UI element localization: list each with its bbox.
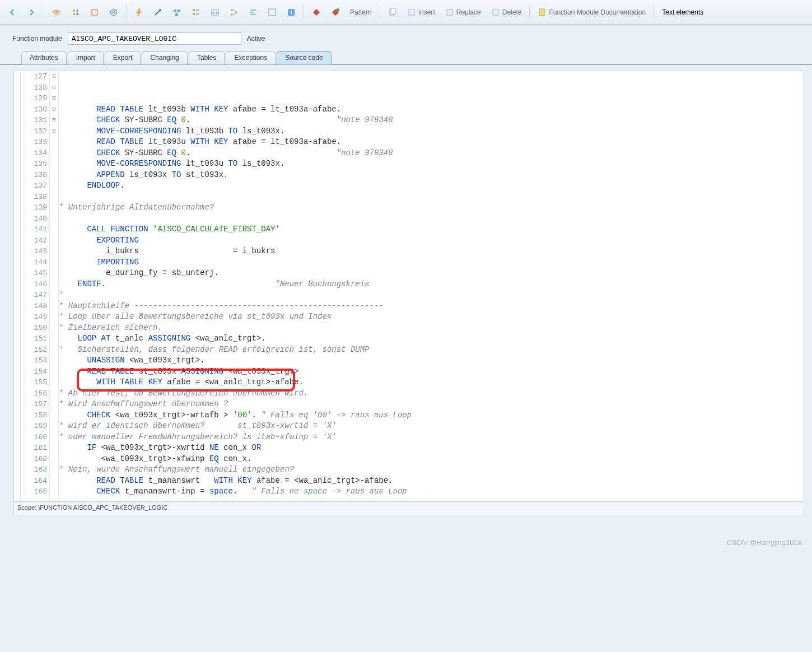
code-line[interactable]: IF <wa_t093x_trgt>-xwrtid NE con_x OR xyxy=(59,443,804,454)
code-line[interactable]: CHECK SY-SUBRC EQ 0. "note 979348 xyxy=(59,115,804,126)
separator xyxy=(126,6,127,19)
code-line[interactable]: READ TABLE lt_t093u WITH KEY afabe = lt_… xyxy=(59,137,804,148)
code-line[interactable] xyxy=(59,497,804,502)
code-line[interactable]: * Ab hier Test, ob Bewertungsbereich übe… xyxy=(59,388,804,399)
code-line[interactable]: ENDLOOP. xyxy=(59,180,804,192)
svg-point-1 xyxy=(73,10,75,12)
function-module-input[interactable] xyxy=(68,32,241,45)
code-line[interactable]: ENDIF. "Neuer Buchungskreis xyxy=(59,279,804,290)
code-line[interactable]: <wa_t093x_trgt>-xfwinp EQ con_x. xyxy=(59,454,804,465)
svg-rect-11 xyxy=(193,9,195,11)
tab-attributes[interactable]: Attributes xyxy=(21,51,67,64)
code-line[interactable]: * Unterjährige Altdatenübernahme? xyxy=(59,202,804,213)
code-line[interactable]: * Nein, wurde Anschaffungswert manuell e… xyxy=(59,464,804,476)
svg-rect-8 xyxy=(174,10,176,12)
code-line[interactable]: * Sicherstellen, dass folgender READ erf… xyxy=(59,344,804,356)
code-line[interactable]: MOVE-CORRESPONDING lt_t093u TO ls_t093x. xyxy=(59,159,804,170)
code-line[interactable]: * Hauptschleife ------------------------… xyxy=(59,301,804,312)
tab-export[interactable]: Export xyxy=(105,51,141,64)
delete-label: Delete xyxy=(502,8,522,16)
pattern-button[interactable]: Pattern xyxy=(347,6,375,18)
code-line[interactable]: IMPORTING xyxy=(59,257,804,268)
fullscreen-icon[interactable] xyxy=(264,6,280,18)
other-object-icon[interactable] xyxy=(68,6,83,18)
svg-rect-30 xyxy=(539,9,544,16)
svg-rect-13 xyxy=(196,10,199,11)
where-used-icon[interactable] xyxy=(169,6,185,18)
activate-icon[interactable] xyxy=(131,6,147,18)
pretty-print-icon[interactable] xyxy=(245,6,261,18)
code-line[interactable] xyxy=(59,213,804,225)
code-line[interactable]: LOOP AT t_anlc ASSIGNING <wa_anlc_trgt>. xyxy=(59,333,804,344)
forward-icon[interactable] xyxy=(24,6,39,18)
nav-icon[interactable] xyxy=(207,6,223,18)
code-line[interactable]: i_bukrs = i_bukrs xyxy=(59,246,804,257)
code-line[interactable]: CHECK <wa_t093x_trgt>-wrtafb > '00'. " F… xyxy=(59,410,804,421)
code-line[interactable]: WITH TABLE KEY afabe = <wa_anlc_trgt>-af… xyxy=(59,377,804,388)
separator xyxy=(380,6,380,19)
svg-rect-10 xyxy=(175,13,178,16)
code-line[interactable]: * Loop über alle Bewertungsbereiche via … xyxy=(59,311,804,323)
help-icon[interactable]: i xyxy=(283,6,299,18)
insert-label: Insert xyxy=(418,8,435,16)
code-line[interactable]: APPEND ls_t093x TO st_t093x. xyxy=(59,170,804,181)
svg-text:i: i xyxy=(290,9,292,16)
fm-documentation-button[interactable]: Function Module Documentation xyxy=(534,6,649,18)
code-line[interactable]: READ TABLE lt_t093b WITH KEY afabe = lt_… xyxy=(59,104,804,115)
code-line[interactable]: * Wird Anschaffungswert übernommen ? xyxy=(59,399,804,410)
svg-rect-26 xyxy=(391,8,395,14)
code-line[interactable]: * wird er identisch übernommen? st_t093x… xyxy=(59,421,804,432)
insert-button[interactable]: Insert xyxy=(404,6,438,18)
status-label: Active xyxy=(247,35,265,43)
line-number-gutter: 1271281291301311321331341351361371381391… xyxy=(25,71,50,501)
code-line[interactable]: * oder manueller Fremdwährungsbereich? l… xyxy=(59,432,804,443)
code-line[interactable]: CHECK t_mananswrt-inp = space. " Falls n… xyxy=(59,486,804,497)
check-icon[interactable] xyxy=(106,6,122,18)
svg-point-2 xyxy=(76,10,78,12)
svg-rect-9 xyxy=(178,10,180,12)
code-line[interactable]: READ TABLE t_mananswrt WITH KEY afabe = … xyxy=(59,476,804,487)
enhance-icon[interactable] xyxy=(87,6,102,18)
code-line[interactable]: MOVE-CORRESPONDING lt_t093b TO ls_t093x. xyxy=(59,126,804,137)
tab-exceptions[interactable]: Exceptions xyxy=(226,51,276,64)
code-line[interactable]: e_during_fy = sb_unterj. xyxy=(59,268,804,279)
code-line[interactable]: * xyxy=(59,290,804,301)
svg-rect-28 xyxy=(447,10,452,15)
function-module-label: Function module xyxy=(12,35,62,43)
code-line[interactable]: CALL FUNCTION 'AISCO_CALCULATE_FIRST_DAY… xyxy=(59,224,804,235)
scope-bar: Scope: \FUNCTION AISCO_APC_TAKEOVER_LOGI… xyxy=(13,503,804,515)
tab-tables[interactable]: Tables xyxy=(189,51,225,64)
fold-gutter[interactable]: ⊟⊟⊟⊟⊟⊟ xyxy=(50,71,59,501)
separator xyxy=(44,6,44,19)
replace-button[interactable]: Replace xyxy=(442,6,484,18)
copy-icon[interactable] xyxy=(385,6,400,18)
text-elements-button[interactable]: Text elements xyxy=(659,6,707,18)
code-line[interactable] xyxy=(59,192,804,203)
breakpoint-set-icon[interactable] xyxy=(309,6,324,18)
hierarchy-icon[interactable] xyxy=(226,6,242,18)
svg-point-7 xyxy=(159,9,161,11)
code-line[interactable]: READ TABLE st_t093x ASSIGNING <wa_t093x_… xyxy=(59,366,804,378)
code-line[interactable]: * Zielbereich sichern. xyxy=(59,323,804,334)
display-change-icon[interactable] xyxy=(49,6,64,18)
back-icon[interactable] xyxy=(4,6,20,18)
replace-label: Replace xyxy=(456,8,481,16)
test-icon[interactable] xyxy=(150,6,166,18)
object-list-icon[interactable] xyxy=(188,6,204,18)
code-area[interactable]: READ TABLE lt_t093b WITH KEY afabe = lt_… xyxy=(59,71,804,501)
svg-marker-22 xyxy=(313,9,320,16)
code-line[interactable]: EXPORTING xyxy=(59,235,804,246)
svg-point-3 xyxy=(73,13,75,15)
svg-rect-27 xyxy=(409,10,414,15)
delete-button[interactable]: Delete xyxy=(488,6,525,18)
tab-source-code[interactable]: Source code xyxy=(277,51,331,64)
code-line[interactable]: CHECK SY-SUBRC EQ 0. "note 979348 xyxy=(59,148,804,159)
code-line[interactable]: UNASSIGN <wa_t093x_trgt>. xyxy=(59,355,804,366)
svg-point-17 xyxy=(231,13,233,16)
tab-changing[interactable]: Changing xyxy=(142,51,187,64)
breakpoint-ext-icon[interactable] xyxy=(328,6,343,18)
svg-rect-15 xyxy=(212,10,218,15)
svg-point-16 xyxy=(231,9,233,11)
tabstrip: AttributesImportExportChangingTablesExce… xyxy=(0,50,812,65)
tab-import[interactable]: Import xyxy=(68,51,104,64)
